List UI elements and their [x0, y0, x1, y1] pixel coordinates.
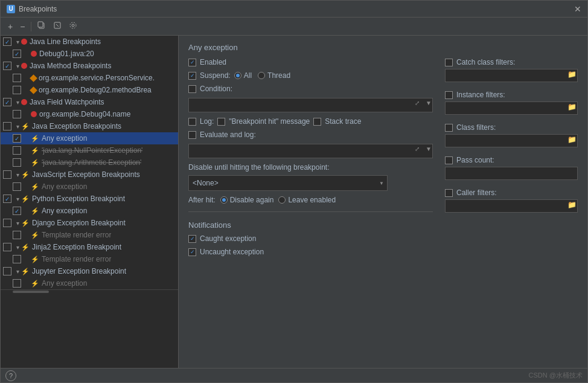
checkbox-java-line[interactable] [3, 37, 11, 46]
pass-count-checkbox[interactable] [445, 156, 453, 164]
eval-log-input[interactable] [188, 144, 433, 158]
tree-item-django-template[interactable]: ⚡ Template render error [1, 229, 178, 241]
disable-again-radio[interactable]: Disable again [220, 196, 274, 204]
checkbox-person-service[interactable] [13, 74, 21, 82]
label-person-service: org.example.service.PersonService. [39, 74, 155, 82]
help-button[interactable]: ? [5, 370, 16, 381]
instance-input[interactable] [445, 101, 578, 115]
stack-trace-checkbox[interactable] [313, 118, 321, 126]
arrow-python-exception: ▾ [14, 196, 21, 202]
pass-count-input[interactable] [445, 167, 578, 180]
class-folder-icon[interactable]: 📁 [567, 135, 577, 144]
tree-item-java-line[interactable]: ▾ Java Line Breakpoints [1, 36, 178, 48]
leave-enabled-radio[interactable]: Leave enabled [278, 196, 336, 204]
close-button[interactable]: ✕ [574, 5, 581, 13]
caller-input-row: 📁 [445, 199, 578, 213]
checkbox-debug01[interactable] [13, 50, 21, 58]
tree-item-person-service[interactable]: org.example.service.PersonService. [1, 72, 178, 84]
suspend-label: Suspend: [200, 71, 231, 80]
copy-button[interactable] [35, 20, 48, 33]
checkbox-java-method[interactable] [3, 62, 11, 70]
instance-folder-icon[interactable]: 📁 [567, 103, 577, 111]
breakpoint-hit-checkbox[interactable] [217, 118, 225, 126]
checkbox-jupyter-exception[interactable] [3, 267, 11, 275]
checkbox-null-pointer[interactable] [13, 146, 21, 155]
label-jinja2-template: Template render error [42, 255, 111, 263]
enabled-checkbox[interactable] [188, 59, 196, 66]
checkbox-python-any[interactable] [13, 207, 21, 215]
suspend-thread-radio[interactable]: Thread [258, 71, 290, 80]
bolt-icon-django-exception: ⚡ [21, 219, 30, 227]
suspend-all-radio[interactable]: All [234, 71, 252, 80]
expand-eval-icon[interactable]: ⤢ [415, 146, 420, 152]
tree-item-any-exception[interactable]: ⚡ Any exception [1, 132, 178, 144]
export-button[interactable] [51, 20, 64, 33]
left-panel-scrollbar[interactable] [1, 289, 178, 293]
condition-label: Condition: [200, 85, 232, 93]
tree-item-java-method[interactable]: ▾ Java Method Breakpoints [1, 60, 178, 72]
suspend-row: Suspend: All Thread [188, 71, 433, 80]
catch-class-input-row: 📁 [445, 69, 578, 82]
tree-item-jupyter-any[interactable]: ⚡ Any exception [1, 277, 178, 289]
expand-condition-icon[interactable]: ⤢ [415, 100, 420, 106]
tree-item-null-pointer[interactable]: ⚡ 'java.lang.NullPointerException' [1, 144, 178, 156]
remove-button[interactable]: − [18, 21, 27, 33]
caller-folder-icon[interactable]: 📁 [567, 201, 577, 209]
add-button[interactable]: + [5, 21, 15, 33]
checkbox-js-exception[interactable] [3, 170, 11, 179]
notifications-section: Notifications Caught exception Uncaught … [188, 220, 433, 256]
catch-class-folder-icon[interactable]: 📁 [567, 70, 577, 79]
tree-item-js-any[interactable]: ⚡ Any exception [1, 181, 178, 193]
uncaught-label: Uncaught exception [200, 248, 264, 256]
label-java-exception: Java Exception Breakpoints [32, 122, 121, 130]
checkbox-django-template[interactable] [13, 231, 21, 239]
tree-item-python-any[interactable]: ⚡ Any exception [1, 205, 178, 217]
tree-item-arithmetic[interactable]: ⚡ 'java.lang.Arithmetic Exception' [1, 156, 178, 169]
checkbox-python-exception[interactable] [3, 195, 11, 203]
condition-input-row: ⤢ ▼ [188, 98, 433, 112]
uncaught-checkbox[interactable] [188, 248, 196, 256]
tree-item-js-exception[interactable]: ▾ ⚡ JavaScript Exception Breakpoints [1, 169, 178, 181]
checkbox-debug04[interactable] [13, 110, 21, 118]
disable-dropdown[interactable]: <None> [188, 175, 388, 191]
catch-class-input[interactable] [445, 69, 578, 82]
log-checkbox[interactable] [188, 118, 196, 126]
log-label: Log: [200, 117, 214, 126]
tree-item-jupyter-exception[interactable]: ▾ ⚡ Jupyter Exception Breakpoint [1, 265, 178, 277]
checkbox-js-any[interactable] [13, 182, 21, 191]
instance-checkbox[interactable] [445, 91, 453, 99]
checkbox-jinja2-template[interactable] [13, 255, 21, 263]
tree-item-debug02[interactable]: org.example.Debug02.methodBrea [1, 84, 178, 96]
tree-item-debug01[interactable]: Debug01.java:20 [1, 48, 178, 60]
checkbox-jupyter-any[interactable] [13, 279, 21, 288]
dot-icon-java-method [21, 63, 27, 69]
settings-button[interactable] [66, 20, 80, 33]
caller-input[interactable] [445, 199, 578, 213]
suspend-checkbox[interactable] [188, 72, 196, 80]
tree-item-django-exception[interactable]: ▾ ⚡ Django Exception Breakpoint [1, 217, 178, 229]
tree-item-jinja2-exception[interactable]: ▾ ⚡ Jinja2 Exception Breakpoint [1, 241, 178, 253]
dropdown-condition-icon[interactable]: ▼ [426, 100, 432, 106]
tree-item-debug04[interactable]: org.example.Debug04.name [1, 108, 178, 120]
checkbox-debug02[interactable] [13, 86, 21, 94]
condition-input[interactable] [188, 98, 433, 112]
checkbox-django-exception[interactable] [3, 219, 11, 227]
tree-item-python-exception[interactable]: ▾ ⚡ Python Exception Breakpoint [1, 193, 178, 205]
class-input[interactable] [445, 134, 578, 147]
catch-class-checkbox[interactable] [445, 59, 453, 66]
tree-item-java-exception[interactable]: ▾ ⚡ Java Exception Breakpoints [1, 120, 178, 132]
pass-count-filter: Pass count: [445, 156, 578, 180]
tree-item-java-field[interactable]: ▾ Java Field Watchpoints [1, 96, 178, 108]
caller-checkbox[interactable] [445, 189, 453, 197]
dropdown-eval-icon[interactable]: ▼ [426, 146, 432, 152]
checkbox-java-exception[interactable] [3, 122, 11, 130]
tree-item-jinja2-template[interactable]: ⚡ Template render error [1, 253, 178, 265]
checkbox-arithmetic[interactable] [13, 158, 21, 167]
checkbox-any-exception[interactable] [13, 134, 21, 143]
class-checkbox[interactable] [445, 124, 453, 132]
checkbox-jinja2-exception[interactable] [3, 243, 11, 251]
condition-checkbox[interactable] [188, 85, 196, 93]
eval-log-checkbox[interactable] [188, 131, 196, 139]
caught-checkbox[interactable] [188, 235, 196, 243]
checkbox-java-field[interactable] [3, 98, 11, 106]
